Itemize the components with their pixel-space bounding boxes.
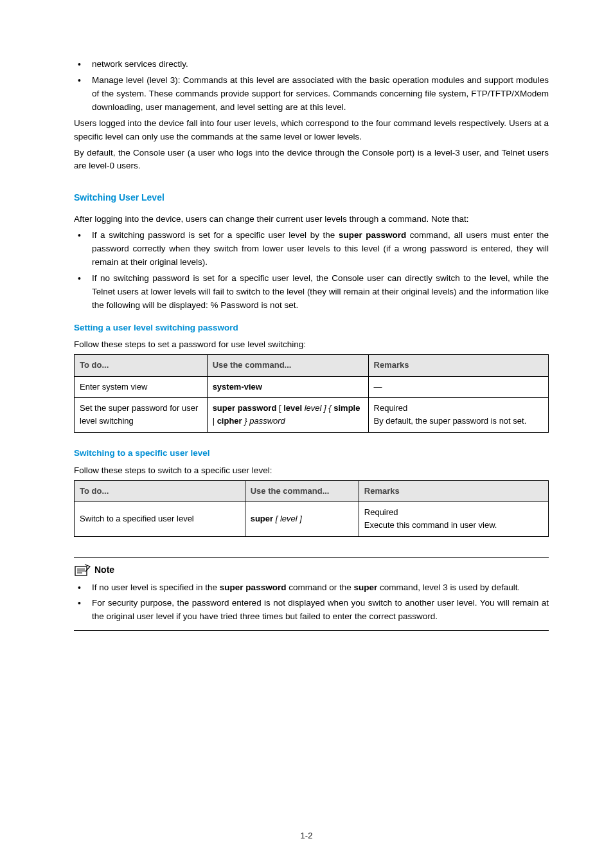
note-hr-top [74,557,549,558]
t1-r2-c1: Set the super password for user level sw… [75,397,208,433]
note-icon [74,563,91,577]
t1-r1-c3: — [368,376,548,397]
t1-r1-c1: Enter system view [75,376,208,397]
intro-p1: Users logged into the device fall into f… [74,117,549,144]
th2b: Use the command... [245,481,359,502]
table-switch: To do... Use the command... Remarks Swit… [74,480,549,536]
th1b: To do... [75,481,245,502]
t1-r2-c2: super password [ level level ] { simple … [207,397,368,433]
t1-r2-c3: Required By default, the super password … [368,397,548,433]
note-b1-b: command or the [286,583,353,592]
intro-list: network services directly. Manage level … [74,58,549,114]
switching-bullets: If a switching password is set for a spe… [74,229,549,312]
table-row: Set the super password for user level sw… [75,397,549,433]
heading-switching: Switching User Level [74,191,549,205]
sub-table1: Setting a user level switching password [74,321,549,335]
note-b1-a: If no user level is specified in the [92,583,220,592]
caption-table2: Follow these steps to switch to a specif… [74,464,549,478]
table-row: Switch to a specified user level super [… [75,502,549,536]
th2: Use the command... [207,355,368,376]
switch-b1-cmd: super password [339,230,406,240]
t2-r1-c1: Switch to a specified user level [75,502,245,536]
sub-table2: Switching to a specific user level [74,447,549,460]
intro-bullet-manage: Manage level (level 3): Commands at this… [92,75,549,112]
note-b1-c: command, level 3 is used by default. [377,583,520,592]
switch-b2: If no switching password is set for a sp… [92,273,549,310]
intro-p2: By default, the Console user (a user who… [74,147,549,174]
t2-r1-c2: super [ level ] [245,502,359,536]
page-number: 1-2 [0,829,613,842]
note-b1-cmd1: super password [220,583,287,592]
t2-r1-c3: Required Execute this command in user vi… [359,502,548,536]
note-block: Note If no user level is specified in th… [74,557,549,631]
note-hr-bottom [74,630,549,631]
switch-b1-a: If a switching password is set for a spe… [92,230,339,240]
caption-table1: Follow these steps to set a password for… [74,338,549,352]
note-b1-cmd2: super [353,583,377,592]
switching-p1: After logging into the device, users can… [74,213,549,226]
th3: Remarks [368,355,548,376]
note-label: Note [94,563,114,577]
note-b2: For security purpose, the password enter… [92,598,549,621]
intro-bullet-continuation: network services directly. [92,59,188,69]
table-row: Enter system view system-view — [75,376,549,397]
th1: To do... [75,355,208,376]
table-password: To do... Use the command... Remarks Ente… [74,354,549,433]
t1-r1-c2: system-view [207,376,368,397]
th3b: Remarks [359,481,548,502]
